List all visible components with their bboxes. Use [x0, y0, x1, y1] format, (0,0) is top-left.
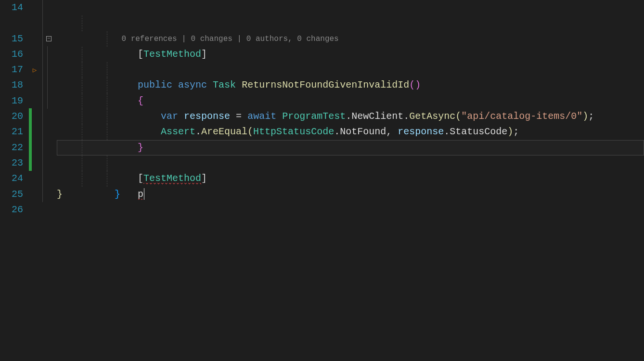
- line-number: 16: [0, 47, 23, 62]
- folding-gutter[interactable]: −: [40, 0, 57, 361]
- code-line[interactable]: }: [57, 187, 644, 202]
- code-line[interactable]: [57, 155, 644, 171]
- code-line-current[interactable]: p: [57, 140, 644, 155]
- code-line[interactable]: [TestMethod]: [57, 124, 644, 140]
- line-number: 22: [0, 140, 23, 155]
- codelens[interactable]: 0 references | 0 changes | 0 authors, 0 …: [57, 15, 644, 31]
- line-number: 19: [0, 93, 23, 109]
- line-number: 24: [0, 171, 23, 186]
- code-area[interactable]: [TestMethod] 0 references | 0 changes | …: [57, 0, 644, 361]
- code-line[interactable]: var response = await ProgramTest.NewClie…: [57, 62, 644, 77]
- line-number: 15: [0, 31, 23, 47]
- change-marker: [29, 108, 32, 171]
- fold-toggle-icon[interactable]: −: [46, 36, 52, 41]
- code-editor[interactable]: 14 15 16 17 18 19 20 21 22 23 24 25 26 ▷: [0, 0, 644, 361]
- code-line[interactable]: [TestMethod]: [57, 0, 644, 15]
- code-line[interactable]: [57, 202, 644, 218]
- line-number: 25: [0, 187, 23, 202]
- line-number: 17: [0, 62, 23, 77]
- code-line[interactable]: public async Task ReturnsNotFoundGivenIn…: [57, 31, 644, 47]
- line-number: 20: [0, 109, 23, 124]
- breakpoint-arrow-icon[interactable]: ▷: [33, 66, 37, 74]
- marker-gutter[interactable]: ▷: [29, 0, 40, 361]
- line-number: 14: [0, 0, 23, 15]
- code-line[interactable]: {: [57, 47, 644, 62]
- code-line[interactable]: Assert.AreEqual(HttpStatusCode.NotFound,…: [57, 77, 644, 93]
- code-line[interactable]: [57, 109, 644, 124]
- line-number: 26: [0, 202, 23, 218]
- code-line[interactable]: }: [57, 171, 644, 186]
- line-number: 18: [0, 77, 23, 93]
- line-number-gutter: 14 15 16 17 18 19 20 21 22 23 24 25 26: [0, 0, 29, 361]
- line-number: 23: [0, 155, 23, 171]
- line-number: 21: [0, 124, 23, 140]
- code-line[interactable]: }: [57, 93, 644, 109]
